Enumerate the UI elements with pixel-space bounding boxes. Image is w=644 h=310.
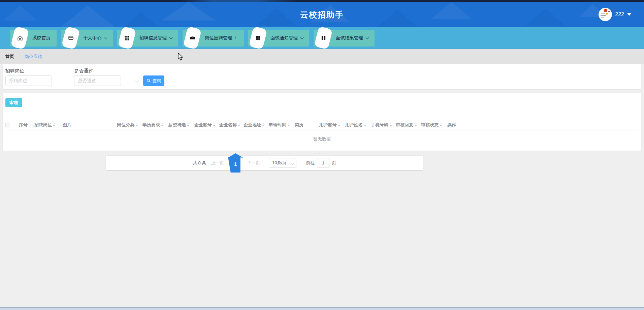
main-navbar: 系统首页 个人中心 招聘信息管理 xyxy=(0,27,644,49)
chevron-down-icon xyxy=(291,161,294,165)
column-label: 序号 xyxy=(19,122,28,128)
pass-filter-select[interactable]: 是否通过 xyxy=(74,75,140,86)
breadcrumb-separator: — xyxy=(17,54,22,59)
sort-carets-icon[interactable] xyxy=(364,123,366,126)
sort-carets-icon[interactable] xyxy=(213,123,215,126)
select-all-checkbox[interactable] xyxy=(5,123,10,127)
home-icon xyxy=(10,26,29,50)
nav-item-label: 招聘信息管理 xyxy=(139,35,167,41)
column-header[interactable]: 学历要求 xyxy=(142,122,168,128)
column-label: 学历要求 xyxy=(142,122,160,128)
column-header[interactable]: 手机号码 xyxy=(371,122,396,128)
table-header-row: 序号招聘岗位图片岗位分类学历要求薪资待遇企业账号企业名称企业地址申请时间简历用户… xyxy=(5,120,639,130)
job-filter-label: 招聘岗位 xyxy=(5,68,24,74)
pagination-bar: 共 0 条 上一页 1 下一页 10条/页 前往 页 xyxy=(106,156,423,170)
mouse-cursor xyxy=(178,53,183,61)
column-header[interactable]: 企业名称 xyxy=(219,122,244,128)
column-label: 操作 xyxy=(447,122,456,128)
nav-item-label: 岗位应聘管理 xyxy=(205,35,232,41)
results-panel: 审核 序号招聘岗位图片岗位分类学历要求薪资待遇企业账号企业名称企业地址申请时间简… xyxy=(3,93,641,151)
sort-carets-icon[interactable] xyxy=(136,123,138,126)
column-header[interactable]: 招聘岗位 xyxy=(34,122,63,128)
nav-item-label: 个人中心 xyxy=(83,35,101,41)
current-page-tab[interactable]: 1 xyxy=(228,153,243,173)
column-header: 简历 xyxy=(295,122,319,128)
column-label: 薪资待遇 xyxy=(168,122,186,128)
column-label: 企业名称 xyxy=(219,122,237,128)
column-header: 图片 xyxy=(63,122,117,128)
grid-4-icon xyxy=(314,26,333,50)
table-empty-state: 暂无数据 xyxy=(3,130,641,148)
breadcrumb-current: 岗位应聘 xyxy=(25,54,42,60)
pass-filter-label: 是否通过 xyxy=(74,68,93,74)
next-page-button[interactable]: 下一页 xyxy=(247,160,260,166)
column-label: 图片 xyxy=(63,122,71,128)
job-filter-input[interactable] xyxy=(5,75,52,86)
column-header[interactable]: 审核回复 xyxy=(396,122,421,128)
breadcrumb-home[interactable]: 首页 xyxy=(5,54,14,60)
search-button-label: 查询 xyxy=(153,78,161,84)
chevron-down-icon xyxy=(300,36,304,39)
column-label: 企业账号 xyxy=(194,122,212,128)
id-card-icon xyxy=(61,26,80,50)
page-size-value: 10条/页 xyxy=(272,160,286,166)
nav-item-label: 面试结果管理 xyxy=(336,35,363,41)
page-size-select[interactable]: 10条/页 xyxy=(269,158,296,168)
chevron-down-icon xyxy=(366,36,369,39)
column-label: 招聘岗位 xyxy=(34,122,52,128)
sort-carets-icon[interactable] xyxy=(440,123,442,126)
chevron-down-icon xyxy=(169,36,173,39)
corner-caret-icon xyxy=(235,36,238,39)
breadcrumb: 首页 — 岗位应聘 xyxy=(0,49,644,64)
sort-carets-icon[interactable] xyxy=(288,123,290,126)
user-menu[interactable]: 222 xyxy=(599,6,631,23)
nav-item-profile[interactable]: 个人中心 xyxy=(61,30,113,46)
chevron-down-icon xyxy=(104,36,107,39)
footer-bar xyxy=(0,308,644,310)
column-label: 企业地址 xyxy=(244,122,261,128)
audit-button[interactable]: 审核 xyxy=(5,98,22,107)
nav-item-home[interactable]: 系统首页 xyxy=(10,30,57,46)
column-header[interactable]: 企业地址 xyxy=(244,122,269,128)
nav-item-interview-notice[interactable]: 面试通知管理 xyxy=(248,30,309,46)
prev-page-button[interactable]: 上一页 xyxy=(211,160,224,166)
column-header[interactable]: 用户姓名 xyxy=(345,122,371,128)
sort-carets-icon[interactable] xyxy=(390,123,392,126)
sort-carets-icon[interactable] xyxy=(53,123,55,126)
column-header[interactable]: 薪资待遇 xyxy=(168,122,194,128)
username: 222 xyxy=(615,11,624,18)
column-header: 操作 xyxy=(447,122,468,128)
pass-filter-placeholder[interactable]: 是否通过 xyxy=(74,75,121,86)
column-label: 用户账号 xyxy=(319,122,337,128)
column-label: 手机号码 xyxy=(371,122,388,128)
page: 云校招助手 222 系统首页 xyxy=(0,0,644,310)
page-title: 云校招助手 xyxy=(0,9,644,20)
goto-page-input[interactable] xyxy=(317,158,329,168)
search-button[interactable]: 查询 xyxy=(143,75,164,86)
nav-item-recruit-info[interactable]: 招聘信息管理 xyxy=(117,30,178,46)
sort-carets-icon[interactable] xyxy=(187,123,189,126)
sort-carets-icon[interactable] xyxy=(415,123,417,126)
column-header[interactable]: 审核状态 xyxy=(421,122,447,128)
column-header[interactable]: 岗位分类 xyxy=(117,122,142,128)
chevron-down-icon xyxy=(135,79,139,83)
sort-carets-icon[interactable] xyxy=(262,123,264,126)
column-label: 简历 xyxy=(295,122,303,128)
select-all-cell xyxy=(5,123,19,127)
sort-carets-icon[interactable] xyxy=(238,123,240,126)
nav-item-label: 系统首页 xyxy=(32,35,51,41)
avatar[interactable] xyxy=(599,8,612,21)
column-header[interactable]: 用户账号 xyxy=(319,122,345,128)
column-header[interactable]: 企业账号 xyxy=(194,122,219,128)
sort-carets-icon[interactable] xyxy=(161,123,163,126)
goto-prefix: 前往 xyxy=(306,160,315,166)
nav-item-job-apply[interactable]: 岗位应聘管理 xyxy=(183,30,244,46)
app-header: 云校招助手 222 xyxy=(0,2,644,27)
column-header[interactable]: 申请时间 xyxy=(269,122,295,128)
column-label: 用户姓名 xyxy=(345,122,363,128)
column-label: 审核状态 xyxy=(421,122,439,128)
grid-4-icon xyxy=(249,26,267,50)
nav-item-interview-result[interactable]: 面试结果管理 xyxy=(314,30,375,46)
search-icon xyxy=(147,79,151,83)
sort-carets-icon[interactable] xyxy=(338,123,340,126)
